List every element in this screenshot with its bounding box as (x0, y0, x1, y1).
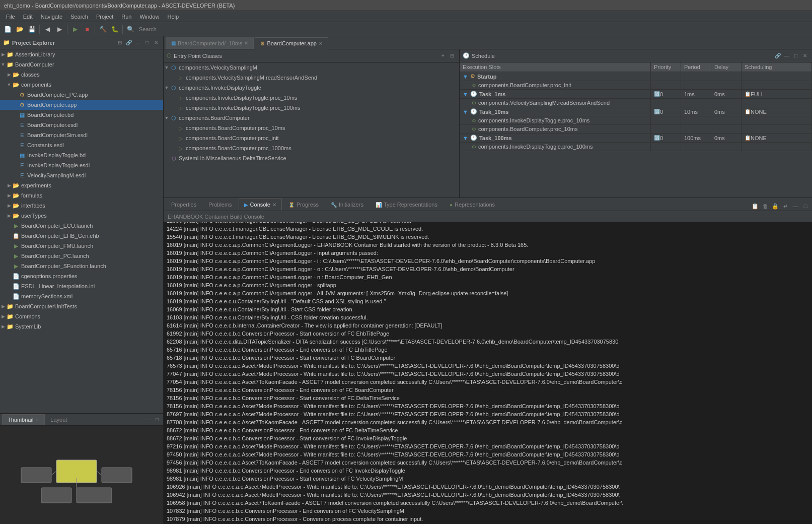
console-word-wrap[interactable]: ↵ (781, 202, 790, 211)
tree-item-experiments[interactable]: ▶ 📂 experiments (0, 180, 163, 190)
tree-item-bcsim[interactable]: E BoardComputerSim.esdl (0, 130, 163, 140)
arrow-interfaces[interactable]: ▶ (6, 203, 12, 208)
tree-item-idtbd[interactable]: ▦ InvokeDisplayToggle.bd (0, 150, 163, 160)
arrow-components[interactable]: ▼ (6, 82, 12, 87)
arrow-ep-bc[interactable]: ▼ (164, 115, 170, 120)
tab-problems[interactable]: Problems (203, 199, 237, 211)
menu-window[interactable]: Window (135, 13, 163, 21)
arrow-boardcomputer[interactable]: ▼ (0, 62, 6, 67)
schedule-tree[interactable]: ▼ ⚙ Startup ⚙ (460, 72, 812, 198)
ep-item-bc-proc10[interactable]: ▷ components.BoardComputer.proc_10ms (164, 123, 459, 133)
tree-item-assertion[interactable]: ▶ 📁 AssertionLibrary (0, 49, 163, 59)
close-thumbnail-icon[interactable]: ✕ (35, 417, 39, 422)
collapse-all-button[interactable]: ⊟ (116, 39, 124, 47)
schedule-link-icon[interactable]: 🔗 (774, 52, 782, 60)
arrow-commons[interactable]: ▶ (0, 314, 6, 319)
ep-item-bc-proc1000[interactable]: ▷ components.BoardComputer.proc_1000ms (164, 143, 459, 153)
console-copy-button[interactable]: 📋 (751, 202, 760, 211)
tree-item-memsec[interactable]: 📄 memorySections.xml (0, 291, 163, 301)
stop-button[interactable]: ■ (82, 24, 93, 35)
ep-item-bc[interactable]: ▼ ⬡ components.BoardComputer (164, 113, 459, 123)
build-button[interactable]: 🔨 (97, 24, 108, 35)
tree-item-components[interactable]: ▼ 📂 components (0, 80, 163, 90)
ep-item-vsm[interactable]: ▼ ⬡ components.VelocitySamplingM (164, 62, 459, 73)
arrow-formulas[interactable]: ▶ (6, 193, 12, 198)
close-console-tab[interactable]: ✕ (272, 202, 276, 208)
sched-row-task1ms[interactable]: ▼ 🕐 Task_1ms 🔢 0 1ms 0ms 📋 FULL (460, 90, 812, 99)
task10ms-arrow[interactable]: ▼ (463, 109, 468, 115)
console-maximize[interactable]: □ (801, 202, 810, 211)
new-button[interactable]: 📄 (2, 24, 13, 35)
tree-item-boardcomputer[interactable]: ▼ 📁 BoardComputer (0, 59, 163, 70)
tree-item-bcsf[interactable]: ▶ BoardComputer_SFunction.launch (0, 261, 163, 271)
entry-point-tree[interactable]: ▼ ⬡ components.VelocitySamplingM ▷ compo… (164, 62, 459, 198)
sched-row-readsensor[interactable]: ⚙ components.VelocitySamplingM.readSenso… (460, 99, 812, 107)
minimize-left-button[interactable]: — (134, 39, 142, 47)
tree-item-idtesdl[interactable]: E InvokeDisplayToggle.esdl (0, 160, 163, 170)
ep-item-idt[interactable]: ▼ ⬡ components.InvokeDisplayToggle (164, 83, 459, 93)
open-button[interactable]: 📂 (14, 24, 25, 35)
tree-item-bcesdl[interactable]: E BoardComputer.esdl (0, 120, 163, 130)
tree-item-bcehb[interactable]: 📋 BoardComputer_EHB_Gen.ehb (0, 231, 163, 241)
task1ms-arrow[interactable]: ▼ (463, 91, 468, 97)
sched-row-idt-proc10[interactable]: ⚙ components.InvokeDisplayToggle.proc_10… (460, 116, 812, 125)
tree-item-vsm[interactable]: E VelocitySamplingM.esdl (0, 170, 163, 180)
ep-item-bc-procinit[interactable]: ▷ components.BoardComputer.proc_init (164, 133, 459, 143)
ep-item-syslib[interactable]: ⬡ SystemLib.Miscellaneous.DeltaTimeServi… (164, 153, 459, 163)
maximize-thumbnail-button[interactable]: □ (153, 416, 161, 424)
tab-boardcomputer-bd[interactable]: ▦ BoardComputer.bd/_10ms ✕ (166, 37, 254, 49)
run-button[interactable]: ▶ (69, 24, 81, 35)
tab-console[interactable]: ▶ Console ✕ (239, 199, 282, 211)
arrow-assertion[interactable]: ▶ (0, 52, 6, 57)
tree-item-bcpc[interactable]: ⚙ BoardComputer_PC.app (0, 90, 163, 100)
tab-thumbnail[interactable]: Thumbnail ✕ (2, 414, 45, 425)
arrow-classes[interactable]: ▶ (6, 72, 12, 77)
link-editor-button[interactable]: 🔗 (125, 39, 133, 47)
menu-help[interactable]: Help (164, 13, 183, 21)
tree-item-bcapp[interactable]: ⚙ BoardComputer.app (0, 100, 163, 110)
search-button[interactable]: 🔍 (125, 24, 136, 35)
tree-item-esdl-lin[interactable]: 📄 ESDL_Linear_Interpolation.ini (0, 281, 163, 291)
menu-project[interactable]: Project (92, 13, 117, 21)
sched-row-task10ms[interactable]: ▼ 🕐 Task_10ms 🔢 0 10ms 0ms 📋 NONE (460, 107, 812, 116)
arrow-ep-vsm[interactable]: ▼ (164, 65, 170, 70)
schedule-minimize[interactable]: — (783, 52, 791, 60)
console-clear-button[interactable]: 🗑 (761, 202, 770, 211)
sched-row-startup[interactable]: ▼ ⚙ Startup (460, 72, 812, 81)
schedule-close[interactable]: ✕ (801, 52, 809, 60)
menu-edit[interactable]: Edit (19, 13, 37, 21)
tab-progress[interactable]: ⏳ Progress (283, 199, 324, 211)
tree-item-interfaces[interactable]: ▶ 📂 interfaces (0, 201, 163, 211)
ep-action-btn2[interactable]: ⊟ (448, 52, 456, 60)
arrow-ep-idt[interactable]: ▼ (164, 85, 170, 90)
menu-search[interactable]: Search (66, 13, 92, 21)
tab-layout[interactable]: Layout (45, 414, 72, 425)
tree-item-bcfmu[interactable]: ▶ BoardComputer_FMU.launch (0, 241, 163, 251)
close-app-tab[interactable]: ✕ (319, 41, 323, 46)
close-bd-tab[interactable]: ✕ (244, 40, 248, 46)
tab-representations[interactable]: ● Representations (444, 199, 500, 211)
menu-navigate[interactable]: Navigate (37, 13, 66, 21)
tree-item-const[interactable]: E Constants.esdl (0, 140, 163, 150)
arrow-experiments[interactable]: ▶ (6, 183, 12, 188)
sched-row-task100ms[interactable]: ▼ 🕐 Task_100ms 🔢 0 100ms 0ms 📋 NONE (460, 134, 812, 143)
tree-item-bcecu[interactable]: ▶ BoardComputer_ECU.launch (0, 221, 163, 231)
tab-type-representations[interactable]: 📊 Type Representations (370, 199, 443, 211)
tree-item-cgen[interactable]: 📄 cgenoptions.properties (0, 271, 163, 281)
ep-action-btn1[interactable]: + (439, 52, 447, 60)
console-scroll-lock[interactable]: 🔒 (771, 202, 780, 211)
minimize-thumbnail-button[interactable]: — (144, 416, 152, 424)
arrow-systemlib[interactable]: ▶ (0, 324, 6, 329)
close-left-button[interactable]: ✕ (152, 39, 160, 47)
console-minimize[interactable]: — (791, 202, 800, 211)
project-tree[interactable]: ▶ 📁 AssertionLibrary ▼ 📁 BoardComputer ▶… (0, 49, 163, 413)
tree-item-classes[interactable]: ▶ 📂 classes (0, 70, 163, 80)
arrow-bcunit[interactable]: ▶ (0, 304, 6, 309)
back-button[interactable]: ◀ (42, 24, 53, 35)
tab-initializers[interactable]: 🔧 Initializers (325, 199, 369, 211)
task100ms-arrow[interactable]: ▼ (463, 135, 468, 141)
ep-item-vsm-read[interactable]: ▷ components.VelocitySamplingM.readSenso… (164, 73, 459, 83)
sched-row-bc-proc10[interactable]: ⚙ components.BoardComputer.proc_10ms (460, 125, 812, 134)
tree-item-commons[interactable]: ▶ 📁 Commons (0, 311, 163, 321)
ep-item-idt-proc100[interactable]: ▷ components.InvokeDisplayToggle.proc_10… (164, 103, 459, 113)
